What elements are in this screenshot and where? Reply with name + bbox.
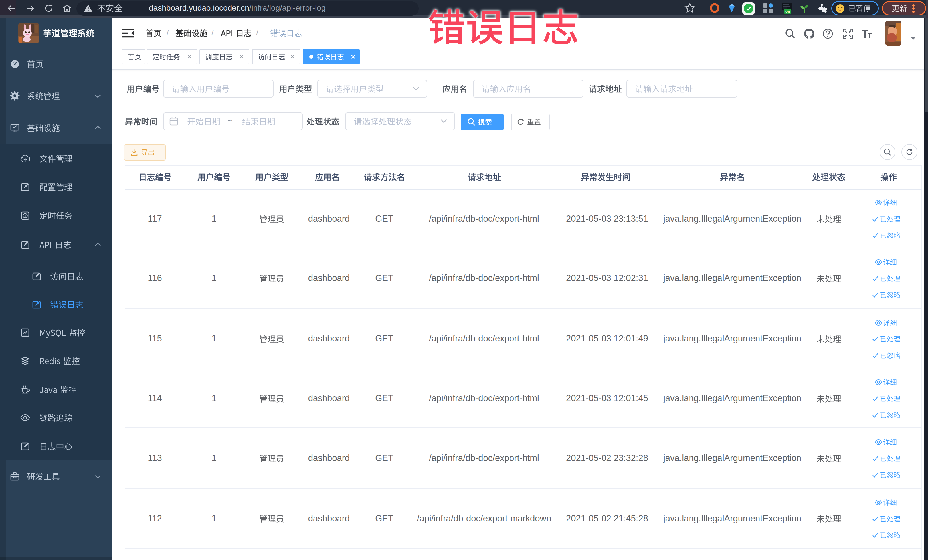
svg-text:on: on [785, 9, 790, 14]
